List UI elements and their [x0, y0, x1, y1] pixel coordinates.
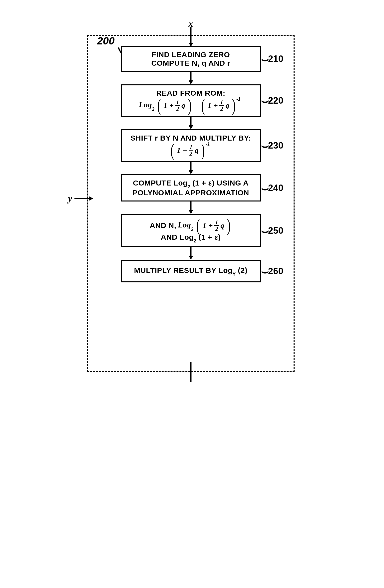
- ref-210: 210: [268, 54, 284, 64]
- connector-2: [121, 117, 261, 129]
- block-230-title: SHIFT r BY N AND MULTIPLY BY:: [124, 134, 257, 142]
- sub2: 2: [194, 238, 196, 243]
- arrow-input-side-icon: [74, 195, 93, 202]
- b240-mid: (1 + ε) USING A: [190, 179, 249, 187]
- block-260: MULTIPLY RESULT BY LogY (2) ⌣ 260: [121, 260, 261, 282]
- svg-marker-9: [189, 170, 193, 174]
- connector-4: [121, 201, 261, 214]
- subY: Y: [233, 272, 236, 277]
- arrow-down-icon: [187, 247, 195, 260]
- b240-prefix: COMPUTE Log: [133, 179, 188, 187]
- log-text: Log: [178, 220, 191, 229]
- block-210-line1: FIND LEADING ZERO: [152, 50, 230, 59]
- block-210-line2: COMPUTE N, q AND r: [151, 59, 230, 67]
- block-230-formula: ( 1 + 12 q )-1: [124, 143, 257, 157]
- block-230: SHIFT r BY N AND MULTIPLY BY: ( 1 + 12 q…: [121, 129, 261, 162]
- b250-l2-suffix: (1 + ε): [196, 233, 221, 241]
- arrow-down-icon: [187, 117, 195, 129]
- frac-num: 1: [219, 99, 224, 106]
- arrow-down-icon: [187, 162, 195, 174]
- svg-marker-7: [189, 125, 193, 129]
- block-240: COMPUTE Log2 (1 + ε) USING A POLYNOMIAL …: [121, 174, 261, 201]
- frac-den: 2: [214, 226, 219, 232]
- input-y-label: y: [68, 193, 72, 204]
- arrow-output-bottom-icon: [187, 362, 195, 382]
- var-q: q: [195, 146, 199, 155]
- svg-marker-3: [89, 196, 93, 201]
- frac-den: 2: [175, 106, 180, 112]
- exp-neg1: -1: [236, 96, 241, 102]
- b250-prefix: AND N,: [150, 221, 176, 230]
- sub2: 2: [188, 184, 190, 189]
- ref-230: 230: [268, 140, 284, 151]
- connector-1: [121, 72, 261, 84]
- flow-stack: FIND LEADING ZERO COMPUTE N, q AND r ⌣ 2…: [121, 46, 261, 282]
- b250-l2-prefix: AND Log: [161, 233, 194, 241]
- block-210: FIND LEADING ZERO COMPUTE N, q AND r ⌣ 2…: [121, 46, 261, 72]
- b260-suffix: (2): [236, 266, 247, 274]
- block-250: AND N, Log2 ( 1 + 12 q ) AND Log2 (1 + ε…: [121, 214, 261, 247]
- block-250-line1: AND N, Log2 ( 1 + 12 q ): [124, 218, 257, 232]
- arrow-down-icon: [187, 201, 195, 214]
- block-250-line2: AND Log2 (1 + ε): [124, 233, 257, 243]
- sub2: 2: [191, 226, 194, 232]
- exp-neg1: -1: [206, 141, 210, 147]
- arrow-input-top-icon: [187, 27, 195, 47]
- diagram-canvas: 200 x y FIND LEADING ZERO COMPUTE N, q A…: [67, 35, 317, 372]
- arrow-down-icon: [187, 72, 195, 84]
- frac-num: 1: [175, 99, 180, 106]
- block-220-formula: Log2 ( 1 + 12 q ) ( 1 + 12 q )-1: [124, 98, 257, 112]
- block-220: READ FROM ROM: Log2 ( 1 + 12 q ) ( 1 + 1…: [121, 84, 261, 117]
- ref-250: 250: [268, 225, 284, 236]
- svg-marker-5: [189, 80, 193, 84]
- frac-num: 1: [214, 219, 219, 226]
- frac-num: 1: [189, 144, 193, 151]
- input-y-container: y: [68, 193, 93, 204]
- svg-marker-13: [189, 256, 193, 260]
- var-q: q: [181, 101, 185, 110]
- ref-240: 240: [268, 183, 284, 193]
- frac-den: 2: [189, 151, 193, 157]
- var-q: q: [226, 101, 230, 110]
- var-q: q: [221, 221, 225, 230]
- connector-5: [121, 247, 261, 260]
- b260-text: MULTIPLY RESULT BY Log: [134, 266, 233, 274]
- connector-3: [121, 162, 261, 174]
- frac-den: 2: [219, 106, 224, 112]
- process-container: x y FIND LEADING ZERO COMPUTE N, q AND r…: [87, 35, 295, 372]
- b240-line2: POLYNOMIAL APPROXIMATION: [132, 189, 249, 197]
- sub2: 2: [152, 106, 155, 112]
- log-text: Log: [139, 100, 152, 109]
- ref-220: 220: [268, 95, 284, 106]
- ref-260: 260: [268, 266, 284, 276]
- svg-marker-11: [189, 210, 193, 214]
